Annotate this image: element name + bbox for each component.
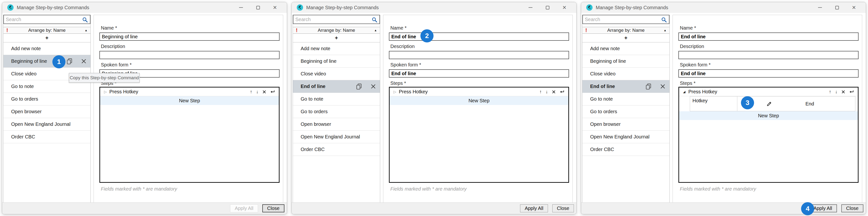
list-item[interactable]: Add new note	[582, 42, 670, 55]
list-item[interactable]: Open New England Journal	[3, 118, 90, 131]
close-button[interactable]: Close	[552, 204, 574, 212]
delete-command-icon[interactable]	[660, 84, 665, 89]
search-icon[interactable]	[82, 17, 88, 23]
add-command-button[interactable]: +	[293, 34, 380, 42]
list-item[interactable]: Go to orders	[293, 105, 380, 118]
move-step-up-icon[interactable]: ↑	[250, 89, 252, 95]
step-press-hotkey[interactable]: ◢ Press Hotkey ↑ ↓	[679, 88, 858, 96]
title-bar[interactable]: Manage Step-by-step Commands ×	[2, 2, 287, 13]
search-box[interactable]	[3, 15, 90, 24]
name-field[interactable]	[389, 32, 569, 41]
command-detail-panel: Name * Description Spoken form * Steps *…	[673, 15, 862, 203]
reset-step-icon[interactable]	[560, 90, 564, 94]
copy-command-tooltip: Copy this Step-by-step Command	[69, 73, 140, 83]
delete-step-icon[interactable]	[841, 90, 845, 94]
name-field[interactable]	[99, 32, 280, 41]
arrange-by-bar[interactable]: ! Arrange by: Name ▲	[293, 27, 380, 34]
copy-command-icon[interactable]	[645, 83, 652, 90]
list-item-selected[interactable]: End of line	[293, 80, 380, 93]
minimize-button[interactable]	[232, 2, 249, 13]
close-button[interactable]: Close	[262, 204, 284, 212]
close-window-button[interactable]: ×	[267, 2, 283, 13]
description-field[interactable]	[678, 51, 859, 59]
new-step-button[interactable]: New Step	[679, 111, 858, 120]
list-item[interactable]: Add new note	[3, 42, 90, 55]
arrange-by-bar[interactable]: ! Arrange by: Name ▲	[582, 27, 670, 34]
description-field[interactable]	[389, 51, 569, 59]
spoken-form-field[interactable]	[678, 69, 859, 78]
move-step-up-icon[interactable]: ↑	[539, 89, 542, 95]
sort-ascending-icon[interactable]: ▲	[374, 29, 377, 32]
expander-collapsed-icon[interactable]: ▷	[394, 90, 399, 94]
reset-step-icon[interactable]	[270, 90, 275, 94]
search-input[interactable]	[583, 15, 669, 24]
move-step-down-icon[interactable]: ↓	[546, 89, 548, 95]
add-command-button[interactable]: +	[3, 34, 90, 42]
delete-step-icon[interactable]	[552, 90, 556, 94]
new-step-button[interactable]: New Step	[100, 96, 279, 105]
list-item[interactable]: Order CBC	[582, 143, 670, 156]
list-item[interactable]: Add new note	[293, 42, 380, 55]
sort-ascending-icon[interactable]: ▲	[663, 29, 666, 32]
edit-hotkey-icon[interactable]	[766, 101, 772, 107]
list-item[interactable]: Go to orders	[3, 93, 90, 105]
search-box[interactable]	[582, 15, 670, 24]
list-item[interactable]: Order CBC	[3, 131, 90, 143]
name-label: Name *	[680, 25, 859, 31]
delete-step-icon[interactable]	[262, 90, 266, 94]
move-step-down-icon[interactable]: ↓	[835, 89, 838, 95]
delete-command-icon[interactable]	[370, 84, 376, 89]
copy-command-icon[interactable]	[356, 83, 362, 90]
copy-command-icon[interactable]	[66, 58, 73, 64]
list-item[interactable]: Beginning of line	[293, 55, 380, 68]
search-box[interactable]	[293, 15, 380, 24]
reset-step-icon[interactable]	[849, 90, 854, 94]
title-bar[interactable]: Manage Step-by-step Commands ×	[292, 2, 576, 13]
close-window-button[interactable]: ×	[556, 2, 573, 13]
add-command-button[interactable]: +	[582, 34, 670, 42]
plus-icon: +	[335, 35, 338, 41]
step-press-hotkey[interactable]: ▷ Press Hotkey ↑ ↓	[100, 88, 279, 96]
expander-expanded-icon[interactable]: ◢	[683, 90, 688, 94]
spoken-form-field[interactable]	[389, 69, 569, 78]
expander-collapsed-icon[interactable]: ▷	[104, 90, 110, 94]
list-item[interactable]: Open browser	[582, 118, 670, 131]
list-item[interactable]: Order CBC	[293, 143, 380, 156]
list-item[interactable]: Go to note	[293, 93, 380, 105]
search-icon[interactable]	[661, 17, 667, 23]
list-item[interactable]: Open browser	[3, 105, 90, 118]
list-item[interactable]: Open New England Journal	[293, 131, 380, 143]
list-item-selected[interactable]: Beginning of line	[3, 55, 90, 68]
minimize-button[interactable]	[811, 2, 829, 13]
sort-ascending-icon[interactable]: ▲	[85, 29, 88, 32]
new-step-button[interactable]: New Step	[390, 96, 568, 105]
name-field[interactable]	[678, 32, 859, 41]
list-item[interactable]: Go to note	[582, 93, 670, 105]
close-window-button[interactable]: ×	[845, 2, 862, 13]
move-step-down-icon[interactable]: ↓	[256, 89, 259, 95]
search-icon[interactable]	[371, 17, 377, 23]
description-field[interactable]	[99, 51, 280, 59]
list-item[interactable]: Close video	[582, 68, 670, 80]
list-item[interactable]: Open browser	[293, 118, 380, 131]
window-title: Manage Step-by-step Commands	[306, 5, 379, 10]
close-button[interactable]: Close	[841, 204, 863, 212]
list-item-selected[interactable]: End of line	[582, 80, 670, 93]
move-step-up-icon[interactable]: ↑	[829, 89, 831, 95]
step-press-hotkey[interactable]: ▷ Press Hotkey ↑ ↓	[390, 88, 568, 96]
maximize-button[interactable]	[829, 2, 845, 13]
minimize-button[interactable]	[522, 2, 539, 13]
apply-all-button[interactable]: Apply All	[230, 204, 258, 212]
maximize-button[interactable]	[249, 2, 267, 13]
list-item[interactable]: Open New England Journal	[582, 131, 670, 143]
apply-all-button[interactable]: Apply All	[520, 204, 548, 212]
list-item[interactable]: Beginning of line	[582, 55, 670, 68]
maximize-button[interactable]	[539, 2, 556, 13]
search-input[interactable]	[293, 15, 379, 24]
list-item[interactable]: Go to orders	[582, 105, 670, 118]
list-item[interactable]: Close video	[293, 68, 380, 80]
search-input[interactable]	[4, 15, 90, 24]
delete-command-icon[interactable]	[81, 58, 87, 64]
title-bar[interactable]: Manage Step-by-step Commands ×	[581, 2, 866, 13]
arrange-by-bar[interactable]: ! Arrange by: Name ▲	[3, 27, 90, 34]
